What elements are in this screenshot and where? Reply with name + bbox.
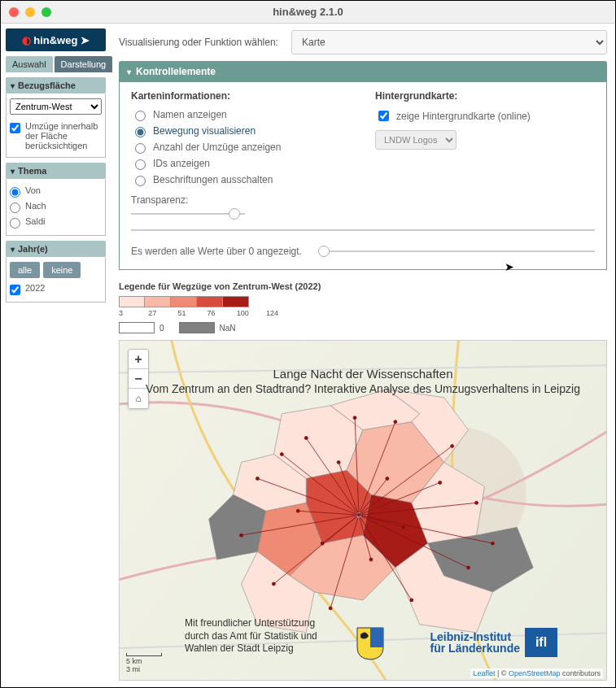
- zoom-out-button[interactable]: −: [129, 369, 148, 389]
- opt-anzahl[interactable]: Anzahl der Umzüge anzeigen: [131, 139, 351, 155]
- filter-slider[interactable]: [318, 245, 595, 258]
- opt-off[interactable]: Beschriftungen ausschalten: [131, 172, 351, 188]
- chevron-down-icon: ▾: [11, 245, 15, 254]
- section-thema-title: Thema: [18, 166, 46, 176]
- close-icon[interactable]: [9, 7, 19, 17]
- divider-slider: [131, 224, 595, 237]
- legend-nan: NaN: [179, 322, 236, 333]
- window-title: hin&weg 2.1.0: [1, 6, 615, 18]
- hintergrund-checkbox[interactable]: [378, 111, 389, 121]
- panel-kontrollelemente-head[interactable]: ▾ Kontrollelemente: [119, 61, 607, 82]
- legend-ramp: [119, 296, 607, 307]
- chooser-label: Visualisierung oder Funktion wählen:: [119, 37, 282, 48]
- section-jahre-title: Jahr(e): [18, 244, 48, 254]
- chevron-down-icon: ▾: [11, 81, 15, 90]
- scalebar: 5 km 3 mi: [126, 653, 162, 673]
- section-bezugsflaeche-body: Zentrum-West Umzüge innerhalb der Fläche…: [6, 94, 106, 158]
- osm-link[interactable]: OpenStreetMap: [509, 669, 561, 677]
- section-thema-body: Von Nach Saldi: [6, 179, 106, 236]
- innerhalb-label: Umzüge innerhalb der Fläche berücksichti…: [25, 121, 102, 150]
- section-bezugsflaeche-head[interactable]: ▾ Bezugsfläche: [6, 77, 106, 94]
- thema-saldi[interactable]: Saldi: [10, 215, 102, 230]
- year-2022[interactable]: 2022: [10, 281, 102, 297]
- titlebar: hin&weg 2.1.0: [1, 1, 615, 24]
- legend-zero: 0: [119, 322, 164, 333]
- leaflet-link[interactable]: Leaflet: [473, 669, 495, 677]
- map[interactable]: + − ⌂ Lange Nacht der Wissenschaften Vom…: [119, 340, 607, 681]
- jahre-keine-button[interactable]: keine: [43, 262, 81, 278]
- main: Visualisierung oder Funktion wählen: Kar…: [111, 24, 615, 687]
- app-logo: ◐ hin&weg➤: [6, 28, 106, 51]
- window-controls: [1, 7, 51, 17]
- innerhalb-checkbox-row[interactable]: Umzüge innerhalb der Fläche berücksichti…: [10, 120, 102, 152]
- view-select[interactable]: Karte: [291, 30, 607, 54]
- hintergrund-title: Hintergrundkarte:: [375, 90, 595, 102]
- map-attribution: Leaflet | © OpenStreetMap contributors: [470, 668, 603, 678]
- section-thema-head[interactable]: ▾ Thema: [6, 163, 106, 179]
- sidebar-tabs: Auswahl Darstellung: [6, 56, 106, 72]
- hintergrund-checkbox-row[interactable]: zeige Hintergrundkarte (online): [375, 107, 595, 125]
- jahre-alle-button[interactable]: alle: [10, 262, 40, 278]
- section-bezugsflaeche-title: Bezugsfläche: [18, 81, 76, 90]
- transparenz-slider[interactable]: [131, 207, 245, 220]
- arrow-icon: ➤: [81, 34, 90, 46]
- legend-ticks: 3 27 51 76 100 124: [119, 309, 278, 317]
- panel-kontrollelemente-body: Karteninformationen: Namen anzeigen Bewe…: [119, 82, 607, 270]
- zoom-home-button[interactable]: ⌂: [129, 389, 148, 408]
- minimize-icon[interactable]: [25, 7, 35, 17]
- opt-bewegung[interactable]: Bewegung visualisieren: [131, 123, 351, 139]
- karteninfo-col: Karteninformationen: Namen anzeigen Bewe…: [131, 90, 351, 220]
- opt-ids[interactable]: IDs anzeigen: [131, 155, 351, 172]
- transparenz-label: Transparenz:: [131, 194, 351, 206]
- legend-title: Legende für Wegzüge von Zentrum-West (20…: [119, 281, 607, 291]
- logo-text: hin&weg: [33, 34, 77, 46]
- thema-nach[interactable]: Nach: [10, 199, 102, 215]
- thema-von[interactable]: Von: [10, 184, 102, 199]
- legend: Legende für Wegzüge von Zentrum-West (20…: [119, 281, 607, 333]
- filter-text: Es werden alle Werte über 0 angezeigt.: [131, 246, 302, 257]
- section-jahre-head[interactable]: ▾ Jahr(e): [6, 241, 106, 257]
- hintergrund-col: Hintergrundkarte: zeige Hintergrundkarte…: [375, 90, 595, 220]
- zoom-controls: + − ⌂: [128, 349, 149, 409]
- chevron-down-icon: ▾: [127, 67, 131, 76]
- hintergrund-select[interactable]: LNDW Logos: [375, 130, 457, 150]
- panel-title: Kontrollelemente: [136, 66, 216, 77]
- opt-namen[interactable]: Namen anzeigen: [131, 107, 351, 123]
- maximize-icon[interactable]: [42, 7, 51, 17]
- zoom-in-button[interactable]: +: [129, 350, 148, 369]
- chevron-down-icon: ▾: [11, 167, 15, 176]
- bezugsflaeche-select[interactable]: Zentrum-West: [10, 98, 102, 115]
- innerhalb-checkbox[interactable]: [10, 123, 20, 133]
- karteninfo-title: Karteninformationen:: [131, 90, 351, 102]
- sidebar: ◐ hin&weg➤ Auswahl Darstellung ▾ Bezugsf…: [1, 24, 111, 687]
- tab-auswahl[interactable]: Auswahl: [6, 56, 53, 72]
- section-jahre-body: alle keine 2022: [6, 257, 106, 303]
- tab-darstellung[interactable]: Darstellung: [55, 56, 113, 72]
